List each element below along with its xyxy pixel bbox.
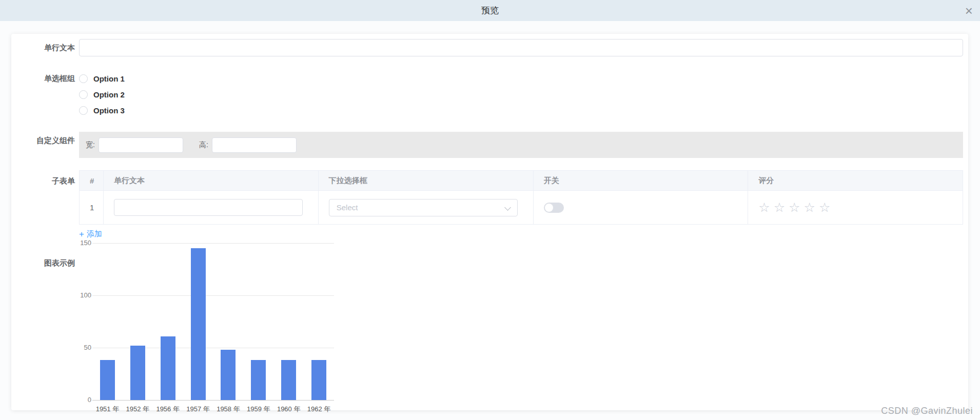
radio-icon[interactable] bbox=[79, 74, 88, 83]
radio-group-label: 单选框组 bbox=[11, 72, 79, 119]
close-icon[interactable]: × bbox=[965, 4, 973, 17]
chart-bar bbox=[221, 350, 236, 400]
chart-xtick-label: 1956 年 bbox=[153, 405, 183, 414]
chevron-down-icon bbox=[504, 204, 511, 211]
chart-bar bbox=[161, 336, 175, 400]
chart-ytick-label: 150 bbox=[79, 239, 91, 247]
star-icon[interactable]: ☆ bbox=[789, 201, 800, 214]
subform-rating: ☆ ☆ ☆ ☆ ☆ bbox=[758, 201, 963, 214]
radio-icon[interactable] bbox=[79, 90, 88, 99]
custom-widget-label: 自定义组件 bbox=[11, 132, 79, 158]
form-item-text: 单行文本 bbox=[11, 39, 968, 56]
form-item-chart: 图表示例 1501005001951 年1952 年1956 年1957 年19… bbox=[11, 243, 968, 413]
height-label: 高: bbox=[199, 141, 208, 150]
chart-gridline bbox=[92, 348, 334, 348]
radio-option-1[interactable]: Option 1 bbox=[79, 72, 963, 85]
chart-xtick-label: 1962 年 bbox=[304, 405, 334, 414]
subform-label: 子表单 bbox=[11, 170, 79, 239]
radio-option-label: Option 2 bbox=[93, 90, 125, 99]
watermark: CSDN @GavinZhulei bbox=[881, 406, 973, 416]
chart-xtick-label: 1958 年 bbox=[213, 405, 244, 414]
radio-option-2[interactable]: Option 2 bbox=[79, 88, 963, 101]
chart-xtick-label: 1960 年 bbox=[273, 405, 304, 414]
subform-data-row: 1 Select bbox=[80, 191, 963, 225]
radio-option-label: Option 1 bbox=[93, 74, 125, 83]
radio-option-3[interactable]: Option 3 bbox=[79, 104, 963, 117]
star-icon[interactable]: ☆ bbox=[774, 201, 785, 214]
col-header-text: 单行文本 bbox=[104, 171, 319, 191]
chart-gridline bbox=[92, 295, 334, 296]
chart-xtick-label: 1957 年 bbox=[183, 405, 213, 414]
subform-text-input[interactable] bbox=[114, 199, 303, 216]
chart-gridline bbox=[92, 400, 334, 401]
chart-bar bbox=[130, 346, 145, 400]
dialog-title: 预览 bbox=[481, 5, 499, 16]
radio-icon[interactable] bbox=[79, 106, 88, 115]
col-header-select: 下拉选择框 bbox=[318, 171, 533, 191]
form-item-radio-group: 单选框组 Option 1 Option 2 Option 3 bbox=[11, 72, 968, 119]
custom-widget-strip: 宽: 高: bbox=[79, 132, 963, 158]
star-icon[interactable]: ☆ bbox=[758, 201, 770, 214]
row-index-cell: 1 bbox=[80, 191, 104, 225]
dialog-header: 预览 × bbox=[0, 0, 980, 21]
select-placeholder: Select bbox=[337, 203, 358, 212]
chart-xtick-label: 1952 年 bbox=[123, 405, 153, 414]
col-header-index: # bbox=[80, 171, 104, 191]
text-field-label: 单行文本 bbox=[11, 39, 79, 56]
width-input[interactable] bbox=[99, 137, 183, 153]
subform-select[interactable]: Select bbox=[329, 199, 518, 216]
star-icon[interactable]: ☆ bbox=[804, 201, 815, 214]
add-row-button[interactable]: + 添加 bbox=[79, 229, 102, 239]
col-header-rating: 评分 bbox=[748, 171, 963, 191]
preview-form-card: 单行文本 单选框组 Option 1 Option 2 Option 3 自定义… bbox=[11, 34, 968, 410]
chart-bar bbox=[251, 360, 266, 400]
chart-xtick-label: 1951 年 bbox=[92, 405, 123, 414]
chart-label: 图表示例 bbox=[11, 243, 79, 413]
chart-bar bbox=[191, 248, 206, 400]
add-row-label: 添加 bbox=[87, 229, 102, 239]
subform-switch[interactable] bbox=[544, 203, 564, 213]
form-item-custom-widget: 自定义组件 宽: 高: bbox=[11, 132, 968, 158]
radio-option-label: Option 3 bbox=[93, 106, 125, 115]
height-input[interactable] bbox=[212, 137, 297, 153]
switch-knob bbox=[545, 204, 553, 212]
chart-ytick-label: 100 bbox=[79, 291, 91, 299]
star-icon[interactable]: ☆ bbox=[819, 201, 830, 214]
bar-chart: 1501005001951 年1952 年1956 年1957 年1958 年1… bbox=[79, 243, 338, 413]
form-item-subform: 子表单 # 单行文本 下拉选择框 开关 评分 1 bbox=[11, 170, 968, 239]
single-line-text-input[interactable] bbox=[79, 39, 963, 56]
chart-bar bbox=[311, 360, 326, 400]
subform-header-row: # 单行文本 下拉选择框 开关 评分 bbox=[80, 171, 963, 191]
subform-table: # 单行文本 下拉选择框 开关 评分 1 bbox=[79, 170, 963, 225]
chart-gridline bbox=[92, 243, 334, 244]
chart-ytick-label: 0 bbox=[79, 396, 91, 404]
chart-xtick-label: 1959 年 bbox=[243, 405, 273, 414]
col-header-switch: 开关 bbox=[533, 171, 748, 191]
width-label: 宽: bbox=[86, 141, 95, 150]
plus-icon: + bbox=[79, 230, 84, 238]
chart-ytick-label: 50 bbox=[79, 344, 91, 351]
chart-bar bbox=[281, 360, 296, 400]
chart-bar bbox=[100, 360, 115, 400]
